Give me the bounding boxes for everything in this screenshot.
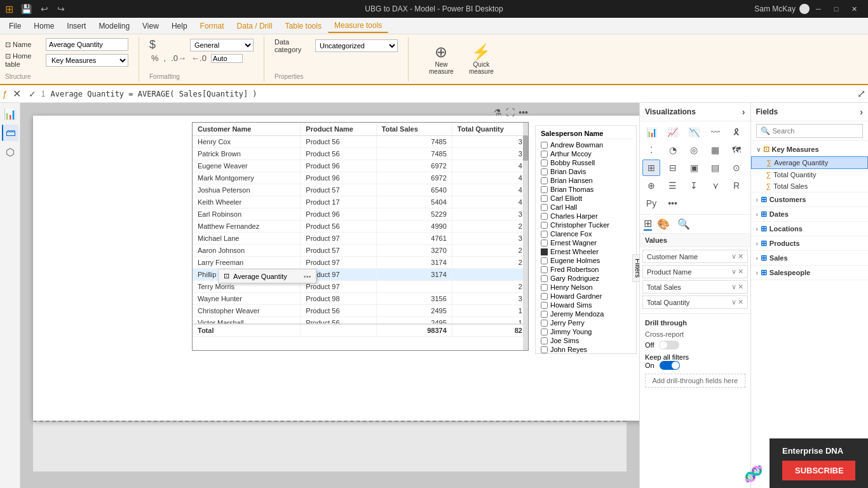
viz-treemap[interactable]: ▦	[707, 142, 724, 158]
sp-item[interactable]: Andrew Bowman	[538, 140, 634, 149]
field-remove-icon[interactable]: ✕	[738, 283, 743, 291]
sp-item[interactable]: Jimmy Young	[538, 327, 634, 336]
salesperson-list[interactable]: Salesperson Name Andrew Bowman Arthur Mc…	[535, 125, 637, 354]
sp-item[interactable]: Brian Thomas	[538, 185, 634, 194]
table-row[interactable]: Mark MontgomeryProduct 9669724	[193, 172, 528, 184]
subscribe-button[interactable]: SUBSCRIBE	[782, 461, 855, 480]
menu-home[interactable]: Home	[27, 20, 60, 32]
sp-item[interactable]: Howard Sims	[538, 301, 634, 309]
viz-format-icon[interactable]: 🎨	[654, 218, 672, 230]
viz-more[interactable]: •••	[664, 195, 682, 212]
sp-item[interactable]: Fred Robertson	[538, 265, 634, 274]
viz-matrix[interactable]: ⊟	[664, 159, 682, 176]
table-row[interactable]: Aaron JohnsonProduct 5732702	[193, 245, 528, 257]
menu-help[interactable]: Help	[165, 20, 194, 32]
visualizations-expand-icon[interactable]: ›	[742, 107, 745, 117]
table-row[interactable]: Larry FreemanProduct 9731742	[193, 257, 528, 269]
sp-item[interactable]: Bobby Russell	[538, 158, 634, 167]
keep-filters-toggle[interactable]	[660, 361, 680, 370]
table-row[interactable]: Victor MarshallProduct 5624951	[193, 317, 528, 323]
new-measure-button[interactable]: ⊕ Newmeasure	[424, 41, 459, 78]
field-group-header-key-measures[interactable]: ∨ ⊡ Key Measures	[751, 142, 868, 156]
field-dropdown-icon[interactable]: ∨	[731, 283, 736, 291]
table-visual[interactable]: ⚗ ⛶ ••• Customer Name Product Name Total…	[192, 122, 529, 351]
ribbon-format-select[interactable]: General	[190, 39, 254, 51]
field-dropdown-icon[interactable]: ∨	[731, 252, 736, 261]
viz-waterfall[interactable]: ↧	[685, 177, 703, 194]
table-row[interactable]: Michael LaneProduct 9747613	[193, 233, 528, 245]
sidebar-report-icon[interactable]: 📊	[2, 105, 18, 122]
decimal-dec-icon[interactable]: ←.0	[189, 53, 208, 64]
field-dropdown-icon[interactable]: ∨	[731, 268, 736, 276]
sp-item[interactable]: Eugene Holmes	[538, 256, 634, 265]
sp-item-ernest-wheeler[interactable]: Ernest Wheeler	[538, 247, 634, 256]
quick-measure-button[interactable]: ⚡ Quickmeasure	[464, 41, 499, 78]
field-remove-icon[interactable]: ✕	[738, 252, 743, 261]
viz-analytics-icon[interactable]: 🔍	[675, 218, 693, 230]
sp-item[interactable]: Henry Nelson	[538, 283, 634, 292]
comma-icon[interactable]: ,	[162, 53, 168, 64]
sp-item[interactable]: Clarence Fox	[538, 229, 634, 238]
table-row[interactable]: Eugene WeaverProduct 9669724	[193, 160, 528, 172]
sp-item[interactable]: Ernest Wagner	[538, 238, 634, 247]
sp-item[interactable]: Brian Davis	[538, 167, 634, 176]
viz-field-total-qty[interactable]: Total Quantity ∨ ✕	[642, 295, 748, 309]
viz-build-icon[interactable]: ⊞	[644, 217, 652, 231]
ribbon-data-cat-select[interactable]: Uncategorized	[315, 39, 398, 52]
table-row[interactable]: Matthew FernandezProduct 5649902	[193, 220, 528, 233]
field-item-total-quantity[interactable]: ∑ Total Quantity	[751, 169, 868, 180]
viz-donut[interactable]: ◎	[685, 142, 703, 158]
field-dropdown-icon[interactable]: ∨	[731, 298, 736, 306]
sp-item[interactable]: Carl Elliott	[538, 194, 634, 203]
ribbon-name-input[interactable]	[46, 38, 128, 51]
viz-scatter[interactable]: ⁚	[642, 142, 660, 158]
field-group-header-customers[interactable]: › ⊞ Customers	[751, 193, 868, 207]
formula-confirm-button[interactable]: ✓	[26, 89, 39, 99]
field-item-total-sales[interactable]: ∑ Total Sales	[751, 180, 868, 192]
table-row[interactable]: Patrick BrownProduct 5674853	[193, 148, 528, 160]
redo-icon[interactable]: ↪	[55, 3, 67, 15]
undo-icon[interactable]: ↩	[38, 3, 51, 15]
viz-line[interactable]: 📉	[685, 124, 703, 140]
sp-item[interactable]: Arthur Mccoy	[538, 149, 634, 158]
table-row[interactable]: Henry CoxProduct 5674853	[193, 136, 528, 148]
cross-report-toggle[interactable]	[659, 341, 679, 349]
field-remove-icon[interactable]: ✕	[738, 268, 743, 276]
ribbon-home-table-select[interactable]: Key Measures	[46, 54, 128, 67]
decimal-inc-icon[interactable]: .0→	[169, 53, 188, 64]
menu-insert[interactable]: Insert	[60, 20, 92, 32]
menu-measure-tools[interactable]: Measure tools	[328, 19, 388, 33]
table-row[interactable]: Wayne HunterProduct 9831563	[193, 293, 528, 305]
formula-cancel-button[interactable]: ✕	[10, 88, 24, 100]
add-drill-through-area[interactable]: Add drill-through fields here	[645, 374, 745, 388]
minimize-button[interactable]: ─	[810, 0, 827, 18]
sp-item[interactable]: John Reyes	[538, 345, 634, 354]
menu-view[interactable]: View	[136, 20, 165, 32]
sp-item[interactable]: Jerry Perry	[538, 318, 634, 327]
viz-table[interactable]: ⊞	[642, 159, 660, 176]
field-group-header-salespeople[interactable]: › ⊞ Salespeople	[751, 266, 868, 280]
field-group-header-sales[interactable]: › ⊞ Sales	[751, 251, 868, 265]
drag-options-icon[interactable]: •••	[304, 273, 311, 280]
menu-format[interactable]: Format	[194, 20, 231, 32]
field-group-header-locations[interactable]: › ⊞ Locations	[751, 222, 868, 236]
viz-stacked-bar[interactable]: 📊	[642, 124, 660, 140]
menu-modeling[interactable]: Modeling	[92, 20, 136, 32]
percent-icon[interactable]: %	[149, 53, 161, 64]
table-row[interactable]: Keith WheelerProduct 1754044	[193, 196, 528, 208]
fields-expand-icon[interactable]: ›	[860, 107, 863, 117]
viz-ribbon[interactable]: 🎗	[728, 124, 745, 140]
focus-icon[interactable]: ⛶	[506, 107, 515, 118]
sidebar-data-icon[interactable]: 🗃	[2, 125, 18, 141]
auto-input[interactable]	[211, 54, 243, 63]
field-item-avg-quantity[interactable]: ∑ Average Quantity	[751, 156, 868, 169]
table-row[interactable]: Christopher WeaverProduct 5624951	[193, 305, 528, 317]
viz-pie[interactable]: ◔	[664, 142, 682, 158]
viz-slicer[interactable]: ☰	[664, 177, 682, 194]
sp-item[interactable]: Carl Hall	[538, 203, 634, 212]
sp-item[interactable]: Howard Gardner	[538, 292, 634, 301]
viz-map[interactable]: 🗺	[728, 142, 745, 158]
table-scrollbar[interactable]	[523, 123, 528, 350]
viz-field-product[interactable]: Product Name ∨ ✕	[642, 265, 748, 278]
filter-icon[interactable]: ⚗	[494, 107, 502, 118]
